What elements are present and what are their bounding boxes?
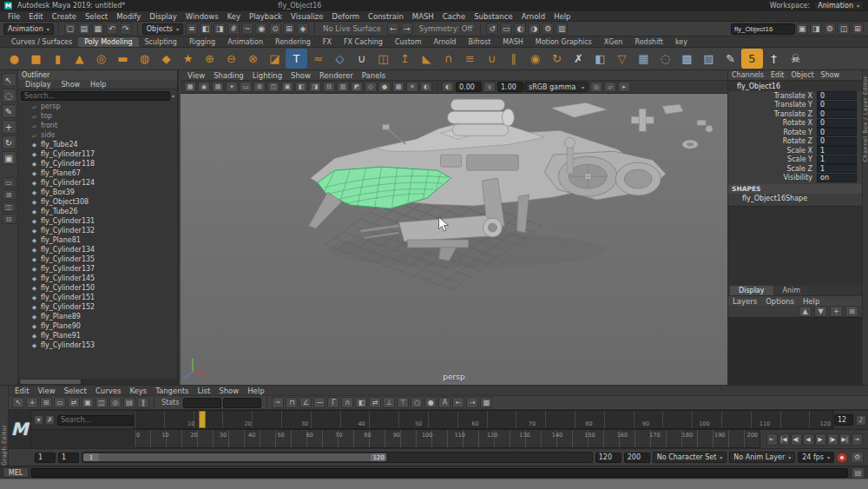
outliner-item[interactable]: fly_Cylinder151 (18, 293, 177, 302)
menu-item[interactable]: Help (549, 12, 575, 21)
menu-item[interactable]: Select (81, 12, 112, 21)
bookmark-icon[interactable]: ▾ (226, 82, 238, 92)
menu-item[interactable]: Show (818, 71, 844, 79)
menu-item[interactable]: Display (20, 81, 56, 89)
outliner-item[interactable]: persp (18, 102, 177, 111)
outliner-item[interactable]: fly_Cylinder135 (18, 254, 177, 264)
outliner-item[interactable]: fly_Plane89 (18, 312, 177, 321)
quad-draw-icon[interactable]: ◇ (329, 49, 351, 69)
menu-item[interactable]: Edit (24, 12, 47, 21)
shelf-tab[interactable]: FX (317, 37, 338, 47)
type-tool-icon[interactable]: T (286, 49, 307, 69)
menu-item[interactable]: Channels (728, 71, 767, 79)
paint-select-tool-icon[interactable]: ✎ (2, 104, 16, 118)
region-key-tool-icon[interactable]: ▭ (54, 397, 66, 408)
frame-playback-range-icon[interactable]: ◫ (95, 397, 108, 408)
open-render-view-icon[interactable]: ▭ (500, 23, 512, 35)
outliner-item[interactable]: fly_Plane67 (18, 169, 177, 178)
outliner-item[interactable]: fly_Cylinder153 (18, 340, 177, 350)
undo-icon[interactable]: ↶ (106, 23, 118, 35)
menu-item[interactable]: Cache (438, 12, 470, 21)
plateau-tangents-icon[interactable]: ∩ (341, 397, 353, 408)
menu-item[interactable]: Visualize (286, 12, 327, 21)
shelf-tab[interactable]: XGen (598, 37, 629, 47)
menu-item[interactable]: Lighting (248, 71, 286, 80)
channel-value-field[interactable]: 1 (817, 164, 857, 173)
image-plane-icon[interactable]: ▭ (240, 82, 252, 92)
shelf-tab[interactable]: Animation (221, 37, 269, 47)
lock-tangent-weight-icon[interactable]: ● (424, 397, 437, 408)
outliner-item[interactable]: fly_Cylinder150 (18, 283, 177, 293)
animation-preferences-icon[interactable]: ⚙ (851, 452, 864, 463)
safe-action-icon[interactable]: ▥ (337, 82, 349, 92)
outliner-item[interactable]: front (18, 121, 177, 130)
attribute-editor-icon[interactable]: ◨ (810, 23, 822, 35)
shelf-tab[interactable]: FX Caching (338, 37, 389, 47)
time-snap-icon[interactable]: ∥ (137, 397, 149, 408)
wireframe-mode-icon[interactable]: ◇ (365, 82, 377, 92)
select-hierarchy-icon[interactable]: ≡ (186, 23, 198, 35)
open-scene-icon[interactable]: ▤ (78, 23, 90, 35)
time-slider[interactable]: 102030405060708090100110120 (134, 410, 833, 429)
menu-item[interactable]: Edit (767, 71, 788, 79)
menu-item[interactable]: Constrain (364, 12, 408, 21)
poly-cone-icon[interactable]: ▲ (69, 49, 90, 69)
outliner-item[interactable]: fly_Tube26 (18, 207, 177, 216)
playback-end-field[interactable]: 120 (595, 453, 621, 463)
four-pane-layout-button[interactable]: ⊞ (2, 189, 16, 200)
viewport-renderer-icon[interactable]: ▸ (618, 82, 630, 92)
frame-all-icon[interactable]: ▣ (82, 397, 94, 408)
unify-tangents-icon[interactable]: ⊤ (397, 397, 409, 408)
menu-item[interactable]: Tangents (151, 387, 193, 395)
menu-item[interactable]: Keys (125, 387, 151, 395)
outliner-item[interactable]: fly_Cylinder117 (18, 149, 177, 159)
play-forwards-button[interactable]: ▶ (815, 433, 826, 446)
quick-rename-input[interactable] (731, 23, 795, 35)
field-chart-icon[interactable]: ⊟ (323, 82, 335, 92)
command-input[interactable] (31, 468, 848, 478)
exposure-icon[interactable]: ◐ (442, 82, 454, 92)
bridge-icon[interactable]: ∩ (437, 49, 459, 69)
shelf-tab[interactable]: Rendering (269, 37, 317, 47)
platonic-solid-icon[interactable]: ◆ (155, 49, 177, 69)
step-back-frame-button[interactable]: ◀| (791, 433, 802, 446)
menu-item[interactable]: Arnold (517, 12, 550, 21)
menu-item[interactable]: MASH (408, 12, 438, 21)
outliner-item[interactable]: side (18, 130, 177, 140)
stats-field[interactable] (183, 398, 221, 408)
outliner-item[interactable]: top (18, 111, 177, 121)
boolean-union-icon[interactable]: ⊕ (199, 49, 220, 69)
menu-item[interactable]: Show (214, 387, 243, 395)
spline-tangents-icon[interactable]: ~ (272, 397, 284, 408)
2d-pan-zoom-icon[interactable]: ⊞ (253, 82, 266, 92)
menu-item[interactable]: View (33, 387, 59, 395)
move-layer-up-icon[interactable]: ▲ (799, 306, 812, 317)
layer-editor-tab[interactable]: Display (730, 286, 773, 295)
script-editor-icon[interactable]: ▤ (852, 467, 865, 479)
range-slider-bar[interactable]: 1 120 (83, 453, 386, 461)
fps-dropdown[interactable]: 24 fps ▾ (798, 452, 834, 463)
buffer-snapshot-icon[interactable]: ◧ (355, 397, 367, 408)
outliner-item[interactable]: fly_Plane91 (18, 331, 177, 340)
menu-item[interactable]: Windows (181, 12, 223, 21)
step-forward-frame-button[interactable]: |▶ (827, 433, 838, 446)
flat-tangents-icon[interactable]: — (313, 397, 326, 408)
channel-value-field[interactable]: 0 (817, 119, 857, 128)
stats-field[interactable] (223, 398, 261, 408)
gamma-field[interactable]: 1.00 (497, 82, 523, 92)
poly-disc-icon[interactable]: ◍ (134, 49, 155, 69)
menu-item[interactable]: Key (223, 12, 245, 21)
poly-cylinder-icon[interactable]: ▮ (47, 49, 69, 69)
shapes-section-header[interactable]: SHAPES (728, 184, 862, 194)
auto-frame-icon[interactable]: ▤ (123, 397, 135, 408)
smooth-icon[interactable]: ≡ (459, 49, 481, 69)
channel-value-field[interactable]: 1 (817, 146, 857, 155)
combine-icon[interactable]: ∪ (481, 49, 503, 69)
multi-cut-icon[interactable]: ◪ (264, 49, 286, 69)
menu-item[interactable]: View (183, 71, 209, 80)
ipr-render-icon[interactable]: ◑ (528, 23, 540, 35)
shelf-tab[interactable]: Sculpting (139, 37, 183, 47)
magnet-snap-icon[interactable]: ∪ (351, 49, 372, 69)
modeling-toolkit-icon[interactable]: ⊞ (852, 23, 864, 35)
channel-box-icon[interactable]: ◫ (838, 23, 850, 35)
